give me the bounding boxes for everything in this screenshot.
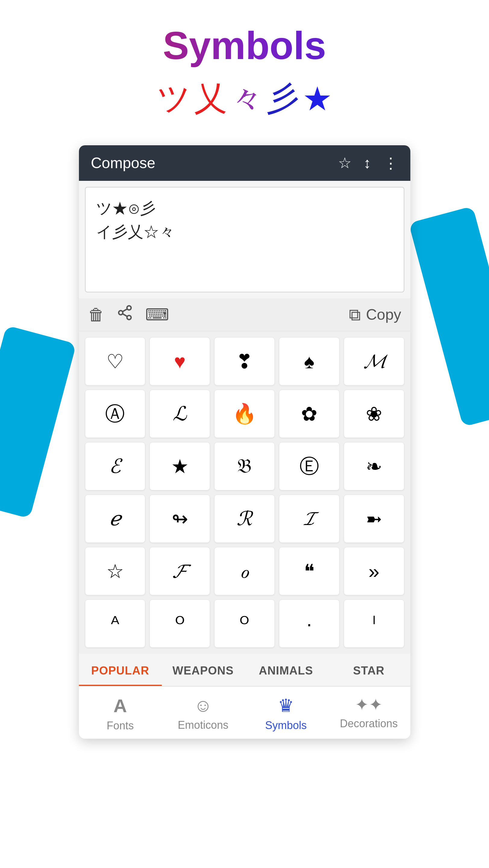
copy-label: Copy [366, 306, 401, 323]
more-icon[interactable]: ⋮ [383, 154, 398, 172]
nav-decorations[interactable]: ✦✦ Decorations [327, 687, 410, 739]
compose-bar: Compose ☆ ↕ ⋮ [79, 145, 410, 181]
symbol-cell[interactable]: ℰ [85, 442, 145, 490]
text-display[interactable]: ツ★⊙彡 イ彡乂☆々 [85, 187, 404, 292]
star-icon[interactable]: ☆ [338, 154, 352, 172]
app-title: Symbols [0, 24, 489, 67]
keyboard-icon[interactable]: ⌨ [145, 305, 169, 324]
symbol-grid: ♡ ♥ ❣ ♠ 𝓜 Ⓐ ℒ 🔥 ✿ ❀ ℰ ★ 𝔅 Ⓔ ❧ ℯ ↬ ℛ 𝓘 ➼ … [79, 331, 410, 654]
symbol-cell[interactable]: ❣ [214, 337, 275, 385]
symbol-cell[interactable]: 🔥 [214, 390, 275, 438]
subtitle-char-4: 彡 [266, 76, 299, 121]
symbol-cell[interactable]: Ⓐ [85, 390, 145, 438]
symbol-cell[interactable]: ➼ [344, 495, 404, 543]
fonts-icon: A [113, 695, 127, 716]
phone-frame: Compose ☆ ↕ ⋮ ツ★⊙彡 イ彡乂☆々 🗑 ⌨ ⧉ Copy ♡ ♥ [79, 145, 410, 739]
nav-emoticons[interactable]: ☺ Emoticons [162, 687, 244, 739]
symbol-cell[interactable]: Ⓔ [279, 442, 339, 490]
tab-weapons[interactable]: WEAPONS [162, 654, 244, 686]
decorations-icon: ✦✦ [355, 695, 383, 714]
symbol-cell[interactable]: ℴ [214, 547, 275, 595]
symbol-cell[interactable]: ★ [150, 442, 210, 490]
nav-fonts-label: Fonts [107, 719, 134, 732]
symbol-cell[interactable]: ♡ [85, 337, 145, 385]
compose-title: Compose [91, 154, 156, 172]
symbol-cell[interactable]: ❀ [344, 390, 404, 438]
symbol-cell[interactable]: ♠ [279, 337, 339, 385]
symbol-cell[interactable]: ᴬ [85, 599, 145, 648]
symbol-cell[interactable]: ♥ [150, 337, 210, 385]
text-area-wrapper: ツ★⊙彡 イ彡乂☆々 [79, 181, 410, 299]
nav-symbols[interactable]: ♛ Symbols [244, 687, 327, 739]
svg-point-2 [127, 315, 131, 320]
symbol-cell[interactable]: ✿ [279, 390, 339, 438]
bg-decoration-right [409, 206, 489, 427]
text-line-1: ツ★⊙彡 [96, 196, 393, 220]
svg-line-4 [122, 309, 127, 312]
subtitle-char-3: 々 [230, 76, 263, 121]
text-line-2: イ彡乂☆々 [96, 220, 393, 244]
symbol-cell[interactable]: 𝓕 [150, 547, 210, 595]
symbol-cell[interactable]: · [279, 599, 339, 648]
symbol-cell[interactable]: ᴼ [214, 599, 275, 648]
symbol-cell[interactable]: ᴼ [150, 599, 210, 648]
subtitle-star: ★ [302, 80, 332, 118]
subtitle-symbols: ツ 乂 々 彡 ★ [0, 76, 489, 121]
symbol-cell[interactable]: ℒ [150, 390, 210, 438]
header-area: Symbols ツ 乂 々 彡 ★ [0, 0, 489, 133]
tab-animals[interactable]: ANIMALS [244, 654, 327, 686]
symbol-cell[interactable]: » [344, 547, 404, 595]
emoticons-icon: ☺ [194, 695, 212, 716]
subtitle-char-2: 乂 [194, 76, 227, 121]
sort-icon[interactable]: ↕ [364, 154, 371, 172]
bottom-nav: A Fonts ☺ Emoticons ♛ Symbols ✦✦ Decorat… [79, 686, 410, 739]
symbol-cell[interactable]: ↬ [150, 495, 210, 543]
svg-point-1 [119, 311, 123, 315]
category-tabs: POPULAR WEAPONS ANIMALS STAR [79, 654, 410, 686]
compose-icons: ☆ ↕ ⋮ [338, 154, 398, 172]
symbol-cell[interactable]: ❝ [279, 547, 339, 595]
symbol-cell[interactable]: 𝓘 [279, 495, 339, 543]
svg-line-3 [122, 314, 127, 316]
delete-icon[interactable]: 🗑 [88, 305, 104, 324]
symbol-cell[interactable]: ℛ [214, 495, 275, 543]
tab-popular[interactable]: POPULAR [79, 654, 162, 686]
nav-fonts[interactable]: A Fonts [79, 687, 162, 739]
symbol-cell[interactable]: ❧ [344, 442, 404, 490]
copy-icon: ⧉ [349, 305, 361, 324]
subtitle-char-1: ツ [157, 76, 191, 121]
symbol-cell[interactable]: ℯ [85, 495, 145, 543]
toolbar: 🗑 ⌨ ⧉ Copy [79, 299, 410, 331]
svg-point-0 [127, 306, 131, 310]
symbols-icon: ♛ [278, 695, 294, 716]
nav-symbols-label: Symbols [265, 719, 307, 732]
symbol-cell[interactable]: 𝓜 [344, 337, 404, 385]
bg-decoration-left [0, 325, 76, 519]
nav-emoticons-label: Emoticons [178, 719, 228, 732]
symbol-cell[interactable]: 𝔅 [214, 442, 275, 490]
share-icon[interactable] [117, 304, 133, 325]
nav-decorations-label: Decorations [340, 717, 398, 730]
copy-button[interactable]: ⧉ Copy [349, 305, 401, 324]
symbol-cell[interactable]: ☆ [85, 547, 145, 595]
symbol-cell[interactable]: ˡ [344, 599, 404, 648]
tab-star[interactable]: STAR [327, 654, 410, 686]
